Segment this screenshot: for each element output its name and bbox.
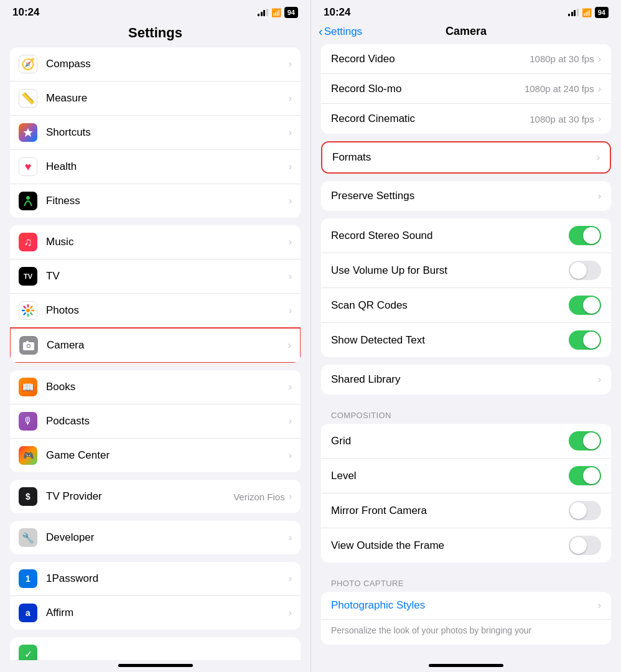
composition-section-label: COMPOSITION xyxy=(321,402,611,424)
camera-label: Camera xyxy=(47,339,288,352)
svg-line-7 xyxy=(30,313,32,314)
photos-icon xyxy=(19,301,37,320)
level-toggle[interactable] xyxy=(569,466,601,485)
left-status-bar: 10:24 📶 94 xyxy=(0,0,310,22)
svg-point-0 xyxy=(26,196,30,200)
grid-toggle[interactable] xyxy=(569,431,601,450)
list-item[interactable]: 🎮 Game Center › xyxy=(10,439,301,472)
record-cinematic-label: Record Cinematic xyxy=(331,113,530,125)
level-row: Level xyxy=(321,459,611,493)
settings-group-developer: 🔧 Developer › xyxy=(10,521,301,554)
record-cinematic-row[interactable]: Record Cinematic 1080p at 30 fps › xyxy=(321,104,611,134)
camera-settings-row[interactable]: Camera › xyxy=(10,327,301,363)
show-detected-text-row: Show Detected Text xyxy=(321,323,611,357)
right-signal-icon xyxy=(568,9,579,16)
preserve-settings-row[interactable]: Preserve Settings › xyxy=(321,181,611,211)
gamecenter-label: Game Center xyxy=(46,449,289,462)
back-button[interactable]: ‹ Settings xyxy=(319,24,362,39)
scan-qr-toggle[interactable] xyxy=(569,296,601,315)
shared-library-row[interactable]: Shared Library › xyxy=(321,365,611,394)
photographic-styles-desc: Personalize the look of your photos by b… xyxy=(321,620,611,645)
grid-row: Grid xyxy=(321,424,611,459)
1password-icon: 1 xyxy=(19,569,37,588)
right-home-indicator xyxy=(429,664,503,667)
grid-label: Grid xyxy=(331,435,569,447)
view-outside-toggle[interactable] xyxy=(569,536,601,555)
settings-group-bottom: 1 1Password › a Affirm › xyxy=(10,562,301,630)
preserve-settings-group: Preserve Settings › xyxy=(321,181,611,211)
list-item[interactable]: 🎙 Podcasts › xyxy=(10,404,301,439)
record-stereo-label: Record Stereo Sound xyxy=(331,230,569,242)
left-time: 10:24 xyxy=(12,6,39,19)
camera-toggles-group: Record Stereo Sound Use Volume Up for Bu… xyxy=(321,218,611,357)
list-item[interactable]: 🧭 Compass › xyxy=(10,47,301,82)
right-scroll-area[interactable]: Record Video 1080p at 30 fps › Record Sl… xyxy=(311,44,621,660)
photographic-styles-label: Photographic Styles xyxy=(331,599,598,612)
extra-icon: ✓ xyxy=(19,645,37,660)
list-item[interactable]: 1 1Password › xyxy=(10,562,301,596)
svg-point-12 xyxy=(27,345,30,347)
tvprovider-label: TV Provider xyxy=(46,490,233,503)
show-detected-text-toggle[interactable] xyxy=(569,330,601,350)
affirm-label: Affirm xyxy=(46,607,289,619)
record-slomo-row[interactable]: Record Slo-mo 1080p at 240 fps › xyxy=(321,74,611,104)
record-stereo-toggle[interactable] xyxy=(569,226,601,245)
settings-group-mid2: 📖 Books › 🎙 Podcasts › 🎮 Game Center › xyxy=(10,370,301,472)
settings-group-tvprovider: $ TV Provider Verizon Fios › xyxy=(10,480,301,513)
right-time: 10:24 xyxy=(324,6,350,19)
mirror-front-row: Mirror Front Camera xyxy=(321,493,611,528)
list-item[interactable]: ✓ xyxy=(10,637,301,660)
fitness-icon xyxy=(19,192,37,210)
list-item[interactable]: 📏 Measure › xyxy=(10,82,301,116)
right-panel: 10:24 📶 94 ‹ Settings Camera Record Vide… xyxy=(310,0,621,672)
photographic-styles-row[interactable]: Photographic Styles › xyxy=(321,592,611,620)
list-item[interactable]: Photos › xyxy=(10,294,301,328)
right-battery-indicator: 94 xyxy=(595,7,609,18)
1password-label: 1Password xyxy=(46,572,289,585)
camera-icon xyxy=(19,336,38,355)
list-item[interactable]: TV TV › xyxy=(10,259,301,294)
record-video-value: 1080p at 30 fps xyxy=(530,54,594,64)
photo-capture-section-label: PHOTO CAPTURE xyxy=(321,570,611,592)
music-icon: ♫ xyxy=(19,233,37,251)
shared-library-label: Shared Library xyxy=(331,373,598,386)
left-panel: 10:24 📶 94 Settings 🧭 Compass › 📏 xyxy=(0,0,310,672)
list-item[interactable]: 🔧 Developer › xyxy=(10,521,301,554)
podcasts-icon: 🎙 xyxy=(19,412,37,431)
svg-line-8 xyxy=(30,307,32,308)
photographic-styles-group: Photographic Styles › Personalize the lo… xyxy=(321,592,611,645)
health-label: Health xyxy=(46,161,289,173)
affirm-icon: a xyxy=(19,604,37,622)
left-scroll-area[interactable]: 🧭 Compass › 📏 Measure › Shortcuts › ♥ xyxy=(0,47,310,660)
list-item[interactable]: a Affirm › xyxy=(10,596,301,630)
volume-burst-toggle[interactable] xyxy=(569,261,601,280)
settings-group-extra: ✓ xyxy=(10,637,301,660)
list-item[interactable]: Fitness › xyxy=(10,184,301,218)
svg-line-6 xyxy=(24,307,26,308)
list-item[interactable]: ♫ Music › xyxy=(10,225,301,259)
fitness-label: Fitness xyxy=(46,195,289,207)
composition-group: Grid Level Mirror Front Camera View Outs… xyxy=(321,424,611,562)
back-label: Settings xyxy=(324,26,362,38)
tvprovider-value: Verizon Fios xyxy=(233,492,285,502)
formats-row[interactable]: Formats › xyxy=(322,142,610,172)
tv-label: TV xyxy=(46,270,289,282)
scan-qr-label: Scan QR Codes xyxy=(331,299,569,312)
settings-group-mid: ♫ Music › TV TV › xyxy=(10,225,301,363)
shared-library-group: Shared Library › xyxy=(321,365,611,394)
list-item[interactable]: $ TV Provider Verizon Fios › xyxy=(10,480,301,513)
camera-page-title: Camera xyxy=(446,25,487,38)
list-item[interactable]: 📖 Books › xyxy=(10,370,301,404)
right-status-bar: 10:24 📶 94 xyxy=(311,0,621,22)
record-video-row[interactable]: Record Video 1080p at 30 fps › xyxy=(321,44,611,74)
mirror-front-toggle[interactable] xyxy=(569,501,601,520)
camera-header: ‹ Settings Camera xyxy=(311,22,621,44)
shortcuts-label: Shortcuts xyxy=(46,126,289,139)
left-page-title: Settings xyxy=(128,25,182,40)
books-label: Books xyxy=(46,381,289,393)
record-slomo-value: 1080p at 240 fps xyxy=(525,83,594,94)
camera-video-group: Record Video 1080p at 30 fps › Record Sl… xyxy=(321,44,611,134)
list-item[interactable]: Shortcuts › xyxy=(10,116,301,150)
list-item[interactable]: ♥ Health › xyxy=(10,150,301,184)
volume-burst-row: Use Volume Up for Burst xyxy=(321,253,611,288)
